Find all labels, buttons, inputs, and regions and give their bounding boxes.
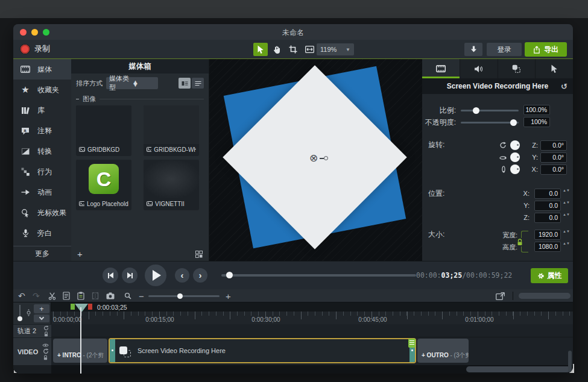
track-header-video[interactable]: VIDEO [13,337,51,365]
play-button[interactable] [145,265,166,286]
track-header-track2[interactable]: 轨道 2 [13,324,51,337]
position-y-stepper[interactable]: ▲▼ [563,201,570,204]
timeline-horizontal-scrollbar[interactable] [466,366,571,372]
undo-button[interactable]: ↶ [18,289,25,302]
grid-view-button[interactable] [179,78,191,89]
track-lane-video[interactable]: + INTRO - (2个剪 Screen Video Recording He… [51,337,573,365]
zoom-level-dropdown[interactable]: 119% ▼ [317,43,354,55]
media-item-logo-placeholder[interactable]: C Logo Placeholder [76,160,131,210]
group-grid-icon[interactable] [195,251,203,258]
sidebar-more-button[interactable]: 更多 [13,246,71,261]
rotation-x-field[interactable]: 0.0° [540,164,567,175]
playhead-strip[interactable]: 0:00:03;25 [51,302,573,312]
tab-visual-effects[interactable] [498,59,536,78]
add-track-button[interactable]: + [34,304,49,313]
select-tool-button[interactable] [253,43,268,56]
opacity-value-field[interactable]: 100% [523,117,550,127]
sidebar-item-transitions[interactable]: 转换 [13,141,71,161]
rotation-anchor-icon[interactable]: ⊗ [308,153,319,164]
playhead-marker[interactable] [75,304,88,312]
height-field[interactable]: 1080.0 [534,242,561,252]
sidebar-item-library[interactable]: 库 [13,100,71,121]
scale-slider[interactable] [461,110,519,111]
tab-cursor-properties[interactable] [536,59,573,78]
login-button[interactable]: 登录 [487,43,522,56]
media-item-gridbkgd[interactable]: GRIDBKGD [76,105,131,156]
crop-tool-button[interactable] [286,43,300,56]
width-stepper[interactable]: ▲▼ [563,230,570,233]
lock-icon[interactable] [43,331,49,337]
zoom-in-button[interactable]: + [226,289,231,302]
sort-by-dropdown[interactable]: 媒体类型 ▲▼ [106,77,158,89]
screen-recording-clip[interactable]: Screen Video Recording Here [109,338,416,363]
timeline-ruler[interactable]: 0:00:00;00 0:00:15;00 0:00:30;00 0:00:45… [51,312,573,324]
rotate-x-knob[interactable] [510,164,520,174]
redo-button[interactable]: ↷ [33,289,40,302]
outro-placeholder-clip[interactable]: + OUTRO - (3个剪 [417,339,469,363]
editing-canvas[interactable]: ⊗ [209,59,422,261]
pan-tool-button[interactable] [270,43,284,56]
scale-slider-thumb[interactable] [473,107,479,114]
tab-video-properties[interactable] [422,59,460,78]
scale-value-field[interactable]: 100.0% [523,105,550,115]
tab-audio-properties[interactable] [460,59,498,78]
zoom-tool-icon[interactable] [124,289,131,302]
media-item-gridbkgd-white[interactable]: GRIDBKGD-WHI... [144,105,199,156]
timeline-zoom-slider[interactable] [148,295,220,297]
download-button[interactable] [464,43,482,56]
jump-to-end-button[interactable] [122,268,138,283]
scrubber-track[interactable] [221,274,416,277]
zoom-out-button[interactable]: − [139,289,144,302]
sidebar-item-media[interactable]: 媒体 [13,59,71,80]
fit-tool-button[interactable] [302,43,317,56]
loop-icon[interactable] [43,348,49,354]
export-button[interactable]: 导出 [525,42,567,57]
sidebar-item-animations[interactable]: 动画 [13,182,71,202]
sidebar-item-behaviors[interactable]: 行为 [13,161,71,182]
lock-icon[interactable] [516,238,523,246]
screenshot-button[interactable] [106,289,115,302]
lock-icon[interactable] [43,355,48,360]
jump-to-start-button[interactable] [103,268,118,283]
rotate-y-knob[interactable] [510,152,520,162]
reset-properties-icon[interactable]: ↺ [561,78,567,94]
images-section-header[interactable]: 图像 [71,94,209,104]
in-point-marker[interactable] [71,304,75,310]
rotation-handle[interactable] [324,156,328,160]
record-button[interactable]: 录制 [21,43,50,54]
position-z-field[interactable]: 0.0 [534,213,561,223]
media-item-vignette[interactable]: VIGNETTII [144,160,199,210]
sidebar-item-narration[interactable]: 旁白 [13,223,71,243]
previous-frame-button[interactable]: ‹ [175,268,189,283]
eye-icon[interactable] [42,343,49,348]
track-options-button[interactable] [34,315,49,322]
width-field[interactable]: 1920.0 [534,230,561,240]
copy-button[interactable] [63,289,70,302]
export-frame-icon[interactable] [496,289,505,302]
next-frame-button[interactable]: › [193,268,207,283]
sidebar-item-favorites[interactable]: ★ 收藏夹 [13,80,71,100]
scrubber-thumb[interactable] [226,272,233,278]
clip-trim-handle-left[interactable] [110,339,115,362]
playhead-line[interactable] [80,307,81,374]
rotation-y-field[interactable]: 0.0° [540,152,567,163]
out-point-marker[interactable] [88,304,92,310]
position-z-stepper[interactable]: ▲▼ [563,213,570,216]
rotate-z-knob[interactable] [510,140,520,150]
list-view-button[interactable] [192,78,204,89]
timeline-minimap-scrollbar[interactable] [519,293,571,299]
timeline-zoom-thumb[interactable] [177,293,183,299]
properties-button[interactable]: 属性 [531,268,568,283]
split-button[interactable] [92,289,99,302]
loop-icon[interactable] [43,325,49,331]
track-lane-track2[interactable] [51,324,573,337]
sidebar-item-cursor-effects[interactable]: 光标效果 [13,202,71,223]
height-stepper[interactable]: ▲▼ [563,242,570,245]
paste-button[interactable] [77,289,84,302]
opacity-slider-thumb[interactable] [510,119,517,126]
cut-button[interactable] [48,289,56,302]
rotation-z-field[interactable]: 0.0° [540,140,567,151]
position-x-stepper[interactable]: ▲▼ [563,189,570,192]
timeline-vertical-scrollbar[interactable] [568,351,572,372]
position-x-field[interactable]: 0.0 [534,189,561,199]
